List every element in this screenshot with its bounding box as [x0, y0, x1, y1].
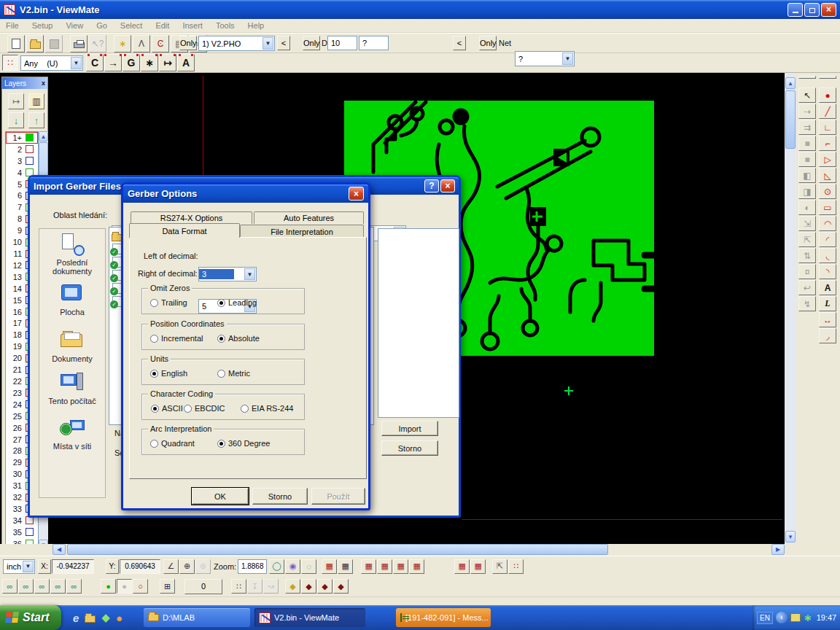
taskbar-task[interactable]: [191-482-091] - Mess...	[396, 608, 491, 627]
draw-triangle-icon[interactable]: ◺	[819, 168, 836, 183]
radio-english[interactable]	[150, 370, 158, 378]
firefox-icon[interactable]: ●	[116, 612, 122, 624]
tab-auto-features[interactable]: Auto Features	[254, 211, 364, 224]
menu-go[interactable]: Go	[96, 21, 107, 30]
close-button[interactable]: ×	[821, 3, 836, 17]
taskbar-task[interactable]: D:\MLAB	[144, 608, 250, 627]
open-folder-button[interactable]	[26, 35, 44, 52]
layer-row[interactable]: 35	[6, 526, 38, 538]
taskbar-task[interactable]: V2.bin - ViewMate	[254, 608, 365, 627]
dcode-select-button[interactable]: Ͼ	[152, 35, 169, 52]
layer-up-icon[interactable]: ↑	[28, 112, 44, 128]
new-document-button[interactable]	[7, 35, 25, 52]
start-button[interactable]: Start	[0, 605, 61, 630]
print-button[interactable]	[70, 35, 88, 52]
view-preset-4-icon[interactable]: ∞	[50, 579, 66, 594]
pad-dark-1-icon[interactable]: ◆	[301, 579, 316, 594]
selection-marker-icon[interactable]: ∷	[2, 55, 18, 71]
previous-layer-button[interactable]: <	[277, 36, 290, 50]
book-icon[interactable]: ◆	[101, 611, 110, 624]
only-net-button[interactable]: Only	[479, 36, 497, 50]
layer-row[interactable]: 3	[6, 155, 38, 167]
ok-button[interactable]: OK	[192, 488, 249, 505]
scroll-right-icon[interactable]: ▶	[771, 544, 785, 555]
layer-row[interactable]: 2	[6, 144, 38, 155]
select-area-icon[interactable]: ⇱	[492, 559, 508, 574]
pan-left-icon[interactable]: ▦	[361, 559, 376, 574]
canvas-hscrollbar[interactable]: ◀ ▶	[0, 544, 796, 556]
zoom-select-icon[interactable]: ◌	[301, 559, 316, 574]
scroll-down-icon[interactable]: ▼	[785, 531, 796, 542]
highlight-off-icon[interactable]: ●	[117, 579, 132, 594]
zoom-value-input[interactable]: 1.8868	[238, 559, 267, 574]
selection-filter-combo[interactable]: Any (U)▼	[20, 55, 83, 71]
draw-curve-icon[interactable]: ◜	[819, 232, 836, 247]
previous-dcode-button[interactable]: <	[453, 36, 466, 50]
window-grid-icon[interactable]: ⊞	[160, 579, 175, 594]
draw-circle-icon[interactable]: ⊙	[819, 184, 836, 199]
layer-color-swatch[interactable]	[26, 145, 34, 153]
active-layer-combo[interactable]: 1) V2.PHO▼	[198, 36, 275, 51]
pad-highlight-icon[interactable]: ◆	[285, 579, 300, 594]
aperture-tool-button[interactable]: Λ	[133, 35, 150, 52]
apply-button[interactable]: Použít	[311, 488, 365, 505]
pan-down-icon[interactable]: ▦	[393, 559, 408, 574]
draw-spline-icon[interactable]: ◝	[819, 264, 836, 279]
layer-stack-icon[interactable]: ▥	[28, 93, 44, 109]
chevron-down-icon[interactable]: ▼	[262, 37, 273, 50]
layer-row[interactable]: 1+	[6, 132, 38, 144]
place-item[interactable]: Tento počítač	[39, 372, 105, 405]
radio-ebcdic[interactable]	[184, 405, 192, 413]
chevron-down-icon[interactable]: ▼	[23, 561, 34, 572]
canvas-vscrollbar[interactable]: ▲ ▼	[785, 73, 796, 544]
language-indicator[interactable]: EN	[757, 612, 773, 624]
view-preset-5-icon[interactable]: ∞	[66, 579, 82, 594]
draw-text-icon[interactable]: A	[819, 280, 836, 295]
draw-arc-point-icon[interactable]: ▷	[819, 152, 836, 167]
text-a-button[interactable]: A	[177, 54, 195, 71]
storno-button[interactable]: Storno	[381, 440, 438, 456]
only-dcode-button[interactable]: Only	[303, 36, 320, 50]
internet-explorer-icon[interactable]: e	[73, 612, 79, 624]
gcode-button[interactable]: G	[122, 54, 140, 71]
place-item[interactable]: Poslední dokumenty	[39, 233, 105, 276]
pad-star-button[interactable]: ∗	[141, 54, 158, 71]
radio-ascii[interactable]	[151, 405, 159, 413]
tray-icq-icon[interactable]: ∗	[804, 612, 812, 623]
import-button[interactable]: Import	[381, 421, 438, 436]
draw-arc-icon[interactable]: ◠	[819, 216, 836, 231]
radio-metric[interactable]	[217, 370, 225, 378]
radio-leading[interactable]	[217, 299, 225, 307]
only-layer-button[interactable]: Only	[179, 36, 197, 50]
layer-color-swatch[interactable]	[26, 133, 34, 141]
restore-button[interactable]	[804, 3, 820, 17]
place-item[interactable]: Dokumenty	[39, 330, 105, 363]
layer-color-swatch[interactable]	[26, 516, 34, 524]
unit-combo[interactable]: inch▼	[3, 559, 35, 574]
menu-file[interactable]: File	[6, 21, 19, 30]
radio-360-degree[interactable]	[217, 440, 225, 448]
view-preset-3-icon[interactable]: ∞	[34, 579, 50, 594]
close-icon[interactable]: x	[42, 79, 45, 87]
dcode-input[interactable]: 10	[327, 36, 357, 50]
radio-incremental[interactable]	[150, 335, 158, 343]
grid-small-icon[interactable]: ▦	[454, 559, 470, 574]
folder-quicklaunch-icon[interactable]	[85, 615, 96, 623]
minimize-button[interactable]	[788, 3, 803, 17]
menu-insert[interactable]: Insert	[182, 21, 203, 30]
chevron-down-icon[interactable]: ▼	[71, 57, 82, 69]
draw-corner-icon[interactable]: ◞	[819, 328, 836, 343]
place-item[interactable]: Plocha	[39, 283, 105, 316]
close-icon[interactable]: ×	[440, 179, 455, 192]
hscroll-thumb[interactable]	[67, 544, 608, 555]
select-pointer-icon[interactable]: ↖	[798, 88, 816, 103]
radio-absolute[interactable]	[217, 335, 225, 343]
palette-grip[interactable]	[798, 76, 816, 79]
draw-polyline-icon[interactable]: ∟	[819, 120, 836, 135]
context-help-button[interactable]: ↖?	[89, 35, 106, 52]
pad-dark-3-icon[interactable]: ◆	[333, 579, 349, 594]
place-item[interactable]: Místa v síti	[39, 417, 105, 451]
zoom-in-icon[interactable]: ◯	[269, 559, 284, 574]
draw-pad-icon[interactable]: ●	[819, 88, 836, 103]
layer-color-swatch[interactable]	[26, 528, 34, 536]
